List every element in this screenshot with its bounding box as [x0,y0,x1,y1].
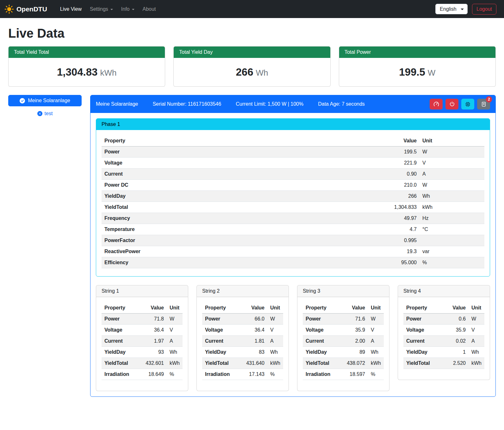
header-value: Value [370,135,420,146]
property-name: Temperature [102,224,370,235]
table-row: Voltage 36.4 V [102,325,183,336]
property-unit: var [420,246,484,257]
property-unit: V [469,325,484,336]
property-value: 36.4 [241,325,267,336]
property-unit: A [368,336,384,347]
property-unit: °C [420,224,484,235]
property-name: YieldTotal [303,358,342,369]
power-icon [449,101,455,107]
table-row: Current 0.90 A [102,169,484,180]
property-unit: kWh [167,358,183,369]
property-name: Power [102,314,141,325]
inverter-serial: Serial Number: 116171603546 [152,101,221,107]
property-name: Voltage [102,325,141,336]
table-row: Power 71.8 W [102,314,183,325]
property-value: 35.9 [342,325,368,336]
string-table: Property Value Unit Power 71.8 W [102,302,183,380]
property-value: 210.0 [370,180,420,191]
summary-card-unit: Wh [256,68,268,78]
property-unit: V [420,158,484,169]
inverter-panel-body: Phase 1 Property Value Unit [90,113,495,396]
property-name: Irradiation [303,369,342,380]
property-value: 95.000 [370,257,420,268]
property-name: YieldDay [403,347,443,358]
property-unit: W [368,314,384,325]
property-name: YieldTotal [102,358,141,369]
property-unit: Wh [368,347,384,358]
phase-card-title: Phase 1 [96,119,490,130]
nav-item-info[interactable]: Info [117,4,139,15]
string-table: Property Value Unit Power 66.0 W [202,302,283,380]
string-table: Property Value Unit Power 0.6 W [403,302,484,369]
property-unit: Wh [420,191,484,202]
property-unit: V [167,325,183,336]
table-row: YieldTotal 1,304.833 kWh [102,202,484,213]
property-value: 71.8 [141,314,167,325]
check-circle-icon [20,98,25,103]
nav-item-live-view[interactable]: Live View [56,4,86,15]
table-row: Irradiation 18.649 % [102,369,183,380]
table-row: Irradiation 18.597 % [303,369,384,380]
device-info-button[interactable] [461,99,474,109]
property-name: Current [102,336,141,347]
property-value: 18.597 [342,369,368,380]
table-row: Power 71.6 W [303,314,384,325]
header-value: Value [141,302,167,314]
property-name: Voltage [202,325,241,336]
table-row: Temperature 4.7 °C [102,224,484,235]
table-row: Current 1.97 A [102,336,183,347]
table-row: Power 199.5 W [102,146,484,158]
table-row: Voltage 221.9 V [102,158,484,169]
event-log-button[interactable]: 2 [477,99,490,109]
string-card-3: String 3 Property Value Unit [297,285,389,391]
nav-item-about[interactable]: About [139,4,160,15]
property-value: 199.5 [370,146,420,158]
power-button[interactable] [445,99,458,109]
navbar: OpenDTU Live View Settings Info About En… [0,0,504,18]
header-property: Property [303,302,342,314]
property-value: 438.072 [342,358,368,369]
table-header-row: Property Value Unit [202,302,283,314]
property-name: Efficiency [102,257,370,268]
table-row: Irradiation 17.143 % [202,369,283,380]
property-unit [420,235,484,246]
property-value: 18.649 [141,369,167,380]
sidebar-inverter-button[interactable]: Meine Solaranlage [8,95,82,106]
summary-card-unit: W [428,68,436,78]
header-unit: Unit [167,302,183,314]
limit-settings-button[interactable] [430,99,443,109]
table-row: Current 2.00 A [303,336,384,347]
table-row: YieldDay 1 Wh [403,347,484,358]
nav-item-settings[interactable]: Settings [86,4,117,15]
sun-logo-icon [4,4,14,14]
sidebar-test-link[interactable]: test [45,111,53,116]
summary-card: Total Power 199.5W [339,46,496,87]
summary-card-body: 199.5W [339,58,495,86]
language-select[interactable]: English [435,4,468,14]
gauge-icon [433,101,439,107]
inverter-sidebar: Meine Solaranlage test [8,95,82,116]
property-value: 36.4 [141,325,167,336]
summary-card-unit: kWh [100,68,116,78]
property-unit: Wh [267,347,283,358]
table-row: YieldDay 89 Wh [303,347,384,358]
property-value: 221.9 [370,158,420,169]
property-value: 431.640 [241,358,267,369]
table-row: Current 1.81 A [202,336,283,347]
x-circle-icon[interactable] [37,111,42,116]
strings-row: String 1 Property Value Unit [96,285,490,391]
property-name: Power [403,314,443,325]
property-name: Power [202,314,241,325]
logout-button[interactable]: Logout [472,4,496,15]
property-value: 17.143 [241,369,267,380]
property-unit: W [420,180,484,191]
inverter-current-limit: Current Limit: 1,500 W | 100% [236,101,303,107]
inverter-data-age: Data Age: 7 seconds [318,101,365,107]
string-card-title: String 4 [398,285,490,297]
header-property: Property [102,135,370,146]
property-value: 0.02 [443,336,469,347]
table-row: YieldDay 266 Wh [102,191,484,202]
property-value: 1.81 [241,336,267,347]
property-name: YieldTotal [202,358,241,369]
brand[interactable]: OpenDTU [4,4,47,14]
